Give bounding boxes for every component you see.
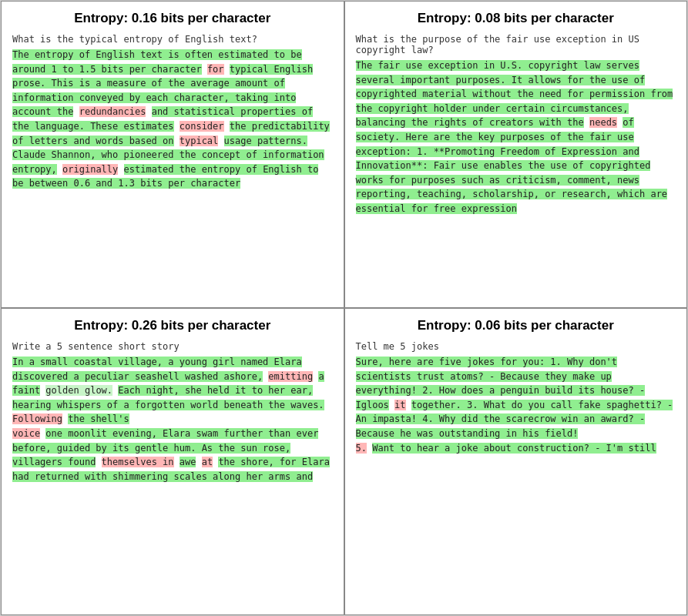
quadrant-2-response: The fair use exception in U.S. copyright… xyxy=(356,59,676,216)
quadrant-4: Entropy: 0.06 bits per character Tell me… xyxy=(344,308,688,615)
quadrant-1: Entropy: 0.16 bits per character What is… xyxy=(1,1,344,308)
quadrant-4-response: Sure, here are five jokes for you: 1. Wh… xyxy=(356,355,676,455)
quadrant-1-title: Entropy: 0.16 bits per character xyxy=(12,11,333,26)
quadrant-3-prompt: Write a 5 sentence short story xyxy=(12,341,333,352)
quadrant-2-title: Entropy: 0.08 bits per character xyxy=(356,11,676,26)
quadrant-3-response: In a small coastal village, a young girl… xyxy=(12,355,333,484)
quadrant-4-prompt: Tell me 5 jokes xyxy=(356,341,676,352)
quadrant-1-response: The entropy of English text is often est… xyxy=(12,48,333,191)
quadrant-1-prompt: What is the typical entropy of English t… xyxy=(12,34,333,45)
quadrant-2-prompt: What is the purpose of the fair use exce… xyxy=(356,34,676,55)
quadrant-4-title: Entropy: 0.06 bits per character xyxy=(356,318,676,333)
quadrant-2: Entropy: 0.08 bits per character What is… xyxy=(344,1,688,308)
quadrant-3-title: Entropy: 0.26 bits per character xyxy=(12,318,333,333)
quadrant-3: Entropy: 0.26 bits per character Write a… xyxy=(1,308,344,615)
